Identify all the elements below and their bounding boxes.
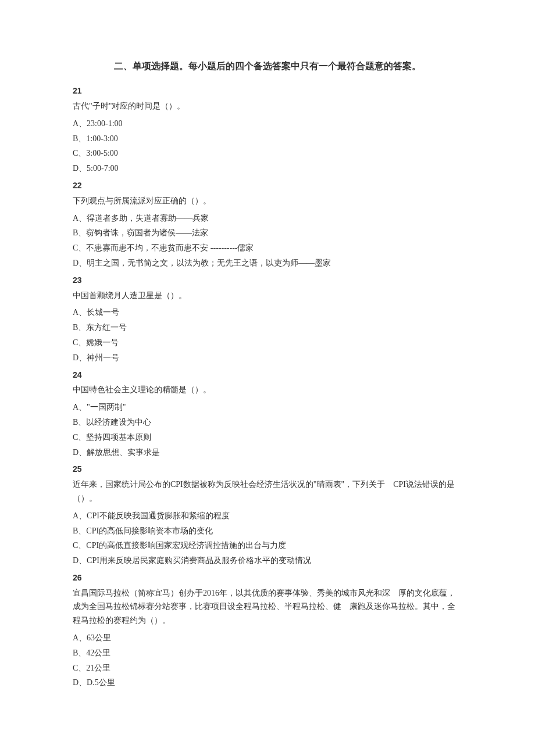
question-stem: 近年来，国家统计局公布的CPI数据被称为反映社会经济生活状况的"晴雨表"，下列关… [73, 478, 462, 506]
question-number: 24 [73, 368, 462, 382]
question-options: A、长城一号 B、东方红一号 C、嫦娥一号 D、神州一号 [73, 306, 462, 364]
question-options: A、得道者多助，失道者寡助——兵家 B、窃钩者诛，窃国者为诸侯——法家 C、不患… [73, 212, 462, 270]
option-a: A、CPI不能反映我国通货膨胀和紧缩的程度 [73, 509, 462, 523]
question-stem: 下列观点与所属流派对应正确的（）。 [73, 194, 462, 208]
option-a: A、63公里 [73, 631, 462, 645]
option-b: B、42公里 [73, 646, 462, 660]
section-title: 二、单项选择题。每小题后的四个备选答案中只有一个最符合题意的答案。 [73, 58, 462, 74]
option-a: A、"一国两制" [73, 400, 462, 414]
question-stem: 中国特色社会主义理论的精髓是（）。 [73, 383, 462, 397]
option-a: A、23:00-1:00 [73, 117, 462, 131]
option-d: D、解放思想、实事求是 [73, 446, 462, 460]
question-stem: 宜昌国际马拉松（简称宜马）创办于2016年，以其优质的赛事体验、秀美的城市风光和… [73, 586, 462, 628]
question-options: A、"一国两制" B、以经济建设为中心 C、坚持四项基本原则 D、解放思想、实事… [73, 400, 462, 459]
option-a: A、得道者多助，失道者寡助——兵家 [73, 212, 462, 225]
question-stem: 中国首颗绕月人造卫星是（）。 [73, 289, 462, 303]
option-c: C、CPI的高低直接影响国家宏观经济调控措施的出台与力度 [73, 539, 462, 553]
option-c: C、3:00-5:00 [73, 146, 462, 160]
option-d: D、明主之国，无书简之文，以法为教；无先王之语，以吏为师——墨家 [73, 256, 462, 270]
option-b: B、以经济建设为中心 [73, 415, 462, 429]
question-stem: 古代"子时"对应的时间是（）。 [73, 99, 462, 113]
question-number: 25 [73, 463, 462, 476]
option-c: C、21公里 [73, 661, 462, 675]
question-options: A、63公里 B、42公里 C、21公里 D、D.5公里 [73, 631, 462, 690]
option-b: B、1:00-3:00 [73, 132, 462, 146]
option-c: C、不患寡而患不均，不患贫而患不安 ----------儒家 [73, 241, 462, 255]
question-number: 21 [73, 84, 462, 98]
exam-page: 二、单项选择题。每小题后的四个备选答案中只有一个最符合题意的答案。 21 古代"… [0, 0, 535, 750]
question-options: A、CPI不能反映我国通货膨胀和紧缩的程度 B、CPI的高低间接影响资本市场的变… [73, 509, 462, 568]
option-d: D、CPI用来反映居民家庭购买消费商品及服务价格水平的变动情况 [73, 554, 462, 568]
question-number: 26 [73, 571, 462, 585]
question-number: 22 [73, 179, 462, 193]
question-number: 23 [73, 274, 462, 288]
option-b: B、东方红一号 [73, 321, 462, 335]
option-a: A、长城一号 [73, 306, 462, 320]
option-d: D、D.5公里 [73, 676, 462, 690]
option-b: B、窃钩者诛，窃国者为诸侯——法家 [73, 226, 462, 240]
option-c: C、嫦娥一号 [73, 336, 462, 350]
option-b: B、CPI的高低间接影响资本市场的变化 [73, 524, 462, 538]
option-d: D、神州一号 [73, 351, 462, 365]
option-d: D、5:00-7:00 [73, 162, 462, 175]
question-options: A、23:00-1:00 B、1:00-3:00 C、3:00-5:00 D、5… [73, 117, 462, 175]
option-c: C、坚持四项基本原则 [73, 431, 462, 445]
